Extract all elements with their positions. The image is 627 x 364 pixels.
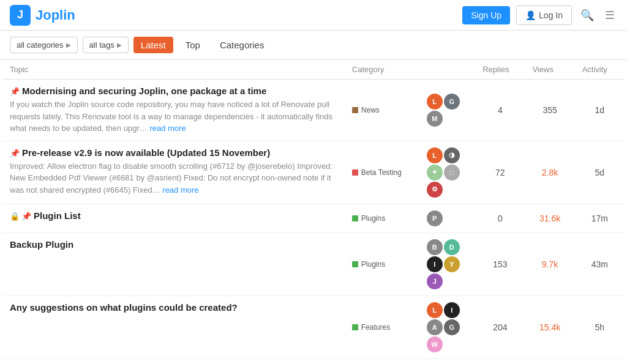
topic-title-cell: 🔒📌Plugin List (2, 204, 345, 232)
table-row: Backup Plugin Plugins BDIYJ1539.7k43m (2, 232, 625, 295)
category-dot (352, 107, 358, 113)
views-count: 15.4k (539, 322, 560, 332)
topic-category-cell: Features (345, 295, 419, 358)
table-row: 📌Modernising and securing Joplin, one pa… (2, 80, 625, 141)
topic-replies-cell: 4 (475, 80, 525, 141)
tab-latest[interactable]: Latest (133, 37, 173, 53)
col-header-topic: Topic (2, 60, 345, 80)
topic-avatars-cell: LGM (419, 80, 475, 141)
topic-category-cell: Plugins (345, 204, 419, 232)
topic-category-cell: Plugins (345, 232, 419, 295)
category-badge[interactable]: News (352, 106, 380, 114)
read-more-link[interactable]: read more (149, 124, 186, 133)
avatar: I (444, 302, 460, 318)
search-icon[interactable]: 🔍 (578, 6, 596, 24)
avatar: B (427, 239, 443, 255)
pin-icon: 📌 (10, 149, 20, 158)
topic-title[interactable]: 🔒📌Plugin List (10, 210, 337, 221)
views-count: 2.8k (542, 168, 558, 177)
pin-icon: 📌 (21, 212, 31, 221)
avatar-group: LIAGW (427, 302, 468, 352)
category-name: Features (361, 323, 390, 332)
table-row: Any suggestions on what plugins could be… (2, 295, 625, 358)
tags-filter-button[interactable]: all tags ▶ (83, 37, 129, 53)
avatar: L (427, 147, 443, 163)
category-badge[interactable]: Plugins (352, 260, 385, 269)
topic-title[interactable]: 📌Modernising and securing Joplin, one pa… (10, 86, 337, 96)
replies-count: 72 (495, 168, 505, 177)
topic-title-cell: Backup Plugin (2, 232, 345, 295)
col-header-avatars (419, 60, 475, 80)
topic-title-cell: 📌Modernising and securing Joplin, one pa… (2, 80, 345, 141)
avatar-group: L◑✦□⚙ (427, 147, 468, 198)
topic-title[interactable]: Backup Plugin (10, 239, 337, 250)
category-dot (352, 169, 358, 176)
avatar: Y (444, 256, 460, 272)
topic-avatars-cell: BDIYJ (419, 232, 475, 295)
lock-icon: 🔒 (10, 212, 20, 221)
topic-views-cell: 355 (525, 80, 574, 141)
activity-value: 1d (595, 105, 605, 115)
views-count: 9.7k (542, 259, 558, 269)
col-header-activity: Activity (575, 60, 625, 80)
topic-activity-cell: 5d (575, 141, 625, 204)
signup-button[interactable]: Sign Up (462, 6, 510, 24)
avatar: M (427, 111, 443, 127)
avatar: P (427, 210, 443, 226)
avatar: A (427, 319, 443, 335)
filter-arrow-icon: ▶ (66, 42, 71, 48)
avatar: ◑ (444, 147, 460, 163)
tab-top[interactable]: Top (178, 37, 208, 53)
table-row: 🔒📌Plugin List Plugins P031.6k17m (2, 204, 625, 232)
category-badge[interactable]: Plugins (352, 214, 385, 223)
views-count: 31.6k (539, 214, 560, 223)
topic-views-cell: 31.6k (525, 204, 574, 232)
nav-bar: all categories ▶ all tags ▶ Latest Top C… (0, 31, 627, 60)
tags-arrow-icon: ▶ (117, 42, 122, 48)
app-logo-icon[interactable]: J (10, 5, 31, 26)
category-badge[interactable]: Beta Testing (352, 168, 402, 177)
topic-title-cell: 📌Pre-release v2.9 is now available (Upda… (2, 141, 345, 204)
categories-filter-button[interactable]: all categories ▶ (10, 37, 78, 53)
activity-value: 43m (591, 259, 608, 269)
topic-title[interactable]: 📌Pre-release v2.9 is now available (Upda… (10, 147, 337, 158)
login-button[interactable]: 👤 Log In (516, 6, 572, 25)
topic-replies-cell: 72 (475, 141, 525, 204)
category-name: Plugins (361, 214, 385, 223)
topic-table-container: Topic Category Replies Views Activity 📌M… (0, 60, 627, 359)
avatar-group: LGM (427, 94, 468, 127)
topic-avatars-cell: LIAGW (419, 295, 475, 358)
topic-views-cell: 9.7k (525, 232, 574, 295)
category-dot (352, 324, 358, 330)
category-name: News (361, 106, 380, 114)
topic-activity-cell: 5h (575, 295, 625, 358)
header: J Joplin Sign Up 👤 Log In 🔍 ☰ (0, 0, 627, 31)
avatar: G (444, 319, 460, 335)
col-header-replies: Replies (475, 60, 525, 80)
activity-value: 17m (591, 214, 608, 223)
category-badge[interactable]: Features (352, 323, 390, 332)
col-header-category: Category (345, 60, 419, 80)
avatar: W (427, 336, 443, 352)
topic-views-cell: 15.4k (525, 295, 574, 358)
activity-value: 5h (595, 322, 605, 332)
logo-area: J Joplin (10, 5, 462, 26)
table-row: 📌Pre-release v2.9 is now available (Upda… (2, 141, 625, 204)
avatar-group: P (427, 210, 468, 226)
replies-count: 4 (498, 105, 503, 115)
topic-replies-cell: 204 (475, 295, 525, 358)
topic-list: 📌Modernising and securing Joplin, one pa… (2, 80, 625, 359)
category-dot (352, 215, 358, 221)
avatar: L (427, 94, 443, 110)
avatar: D (444, 239, 460, 255)
app-name: Joplin (36, 7, 75, 23)
read-more-link[interactable]: read more (162, 185, 198, 195)
topic-title[interactable]: Any suggestions on what plugins could be… (10, 302, 337, 313)
views-count: 355 (543, 105, 557, 115)
tab-categories[interactable]: Categories (212, 37, 272, 53)
avatar: G (444, 94, 460, 110)
hamburger-menu-icon[interactable]: ☰ (603, 6, 617, 24)
avatar: ⚙ (427, 182, 443, 198)
topic-avatars-cell: P (419, 204, 475, 232)
replies-count: 204 (493, 322, 507, 332)
